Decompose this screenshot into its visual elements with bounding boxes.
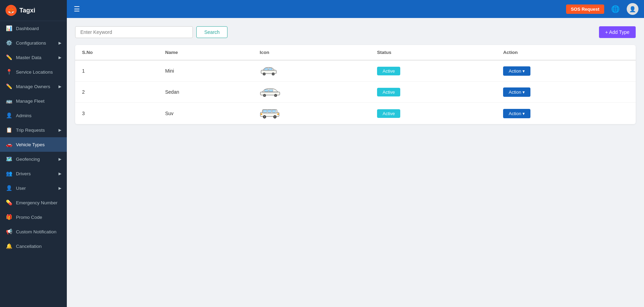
sidebar-label-user: User: [16, 186, 55, 191]
cell-name-2: Suv: [158, 103, 253, 124]
sidebar-label-drivers: Drivers: [16, 171, 55, 176]
sidebar-label-configurations: Configurations: [16, 40, 55, 46]
sos-button[interactable]: SOS Request: [566, 4, 604, 14]
sidebar-item-promo-code[interactable]: 🎁 Promo Code: [0, 210, 67, 224]
svg-point-23: [261, 113, 262, 115]
cell-name-1: Sedan: [158, 82, 253, 103]
cell-icon-0: [253, 60, 370, 82]
table-row: 3 Suv Active Action ▾: [75, 103, 636, 124]
status-badge-1[interactable]: Active: [377, 88, 400, 96]
sidebar-icon-drivers: 👥: [6, 170, 12, 177]
search-button[interactable]: Search: [196, 26, 227, 38]
svg-rect-20: [263, 110, 267, 112]
status-badge-0[interactable]: Active: [377, 67, 400, 75]
sidebar-label-master-data: Master Data: [16, 55, 55, 60]
sidebar-arrow-trip-requests: ▶: [59, 128, 61, 132]
sidebar-label-custom-notification: Custom Notification: [16, 229, 61, 234]
sidebar-item-vehicle-types[interactable]: 🚗 Vehicle Types: [0, 137, 67, 152]
sidebar-item-geofencing[interactable]: 🗺️ Geofencing ▶: [0, 152, 67, 166]
svg-rect-22: [272, 110, 276, 112]
sidebar-arrow-configurations: ▶: [59, 41, 61, 45]
sidebar-label-manage-fleet: Manage Fleet: [16, 99, 61, 104]
svg-rect-5: [265, 68, 268, 70]
cell-sno-0: 1: [75, 60, 158, 82]
menu-button[interactable]: ☰: [72, 3, 81, 15]
sidebar-icon-master-data: ✏️: [6, 54, 12, 61]
sidebar-item-drivers[interactable]: 👥 Drivers ▶: [0, 166, 67, 181]
search-bar: Search + Add Type: [75, 26, 636, 38]
cell-name-0: Mini: [158, 60, 253, 82]
action-button-0[interactable]: Action ▾: [503, 66, 530, 76]
sidebar-item-manage-fleet[interactable]: 🚌 Manage Fleet: [0, 94, 67, 108]
cell-status-1: Active: [370, 82, 496, 103]
sidebar-item-cancellation[interactable]: 🔔 Cancellation: [0, 239, 67, 253]
sidebar-label-manage-owners: Manage Owners: [16, 84, 55, 89]
svg-rect-12: [265, 90, 268, 92]
sidebar-label-trip-requests: Trip Requests: [16, 128, 55, 133]
sidebar-nav: 📊 Dashboard ⚙️ Configurations ▶ ✏️ Maste…: [0, 21, 67, 253]
logo-icon: 🦊: [6, 5, 17, 16]
cell-icon-2: [253, 103, 370, 124]
sidebar-label-cancellation: Cancellation: [16, 244, 61, 249]
sidebar: 🦊 Tagxi 📊 Dashboard ⚙️ Configurations ▶ …: [0, 0, 67, 307]
sidebar-icon-dashboard: 📊: [6, 25, 12, 31]
cell-status-0: Active: [370, 60, 496, 82]
sidebar-icon-admins: 👤: [6, 112, 12, 119]
sidebar-item-dashboard[interactable]: 📊 Dashboard: [0, 21, 67, 36]
status-badge-2[interactable]: Active: [377, 109, 400, 118]
svg-point-4: [272, 73, 274, 75]
col-status: Status: [370, 45, 496, 60]
sidebar-item-master-data[interactable]: ✏️ Master Data ▶: [0, 50, 67, 65]
sidebar-item-custom-notification[interactable]: 📢 Custom Notification: [0, 224, 67, 239]
svg-rect-13: [269, 90, 273, 92]
svg-point-19: [274, 116, 276, 118]
sidebar-item-emergency-number[interactable]: 💊 Emergency Number: [0, 195, 67, 210]
sidebar-arrow-manage-owners: ▶: [59, 84, 61, 89]
cell-action-0: Action ▾: [496, 60, 636, 82]
sidebar-label-dashboard: Dashboard: [16, 26, 61, 31]
sidebar-item-trip-requests[interactable]: 📋 Trip Requests ▶: [0, 123, 67, 137]
sidebar-item-user[interactable]: 👤 User ▶: [0, 181, 67, 195]
svg-rect-6: [269, 68, 272, 70]
cell-icon-1: [253, 82, 370, 103]
add-type-button[interactable]: + Add Type: [599, 26, 636, 38]
action-button-2[interactable]: Action ▾: [503, 109, 530, 118]
translate-icon[interactable]: 🌐: [611, 5, 620, 13]
sidebar-item-admins[interactable]: 👤 Admins: [0, 108, 67, 123]
sidebar-icon-promo-code: 🎁: [6, 214, 12, 220]
sidebar-label-promo-code: Promo Code: [16, 215, 61, 220]
table-row: 1 Mini Active Action ▾: [75, 60, 636, 82]
cell-action-2: Action ▾: [496, 103, 636, 124]
table-header-row: S.No Name Icon Status Action: [75, 45, 636, 60]
svg-point-10: [264, 95, 265, 96]
sidebar-icon-trip-requests: 📋: [6, 127, 12, 133]
sidebar-item-manage-owners[interactable]: ✏️ Manage Owners ▶: [0, 79, 67, 94]
sidebar-icon-configurations: ⚙️: [6, 40, 12, 46]
vehicle-icon-sedan: [260, 87, 363, 97]
user-avatar[interactable]: 👤: [627, 3, 638, 15]
sidebar-icon-vehicle-types: 🚗: [6, 141, 12, 148]
search-input[interactable]: [75, 26, 193, 38]
app-name: Tagxi: [19, 7, 35, 14]
vehicle-icon-suv: [260, 108, 363, 119]
svg-point-24: [277, 113, 279, 115]
sidebar-item-configurations[interactable]: ⚙️ Configurations ▶: [0, 36, 67, 50]
sidebar-icon-service-locations: 📍: [6, 69, 12, 75]
sidebar-arrow-drivers: ▶: [59, 171, 61, 176]
col-sno: S.No: [75, 45, 158, 60]
vehicle-types-table-card: S.No Name Icon Status Action 1 Mini: [75, 45, 636, 124]
col-action: Action: [496, 45, 636, 60]
sidebar-icon-cancellation: 🔔: [6, 243, 12, 249]
action-button-1[interactable]: Action ▾: [503, 87, 530, 97]
sidebar-label-admins: Admins: [16, 113, 61, 118]
cell-status-2: Active: [370, 103, 496, 124]
main-wrapper: ☰ SOS Request 🌐 👤 Search + Add Type S.No…: [67, 0, 644, 307]
sidebar-label-geofencing: Geofencing: [16, 157, 55, 162]
sidebar-icon-geofencing: 🗺️: [6, 156, 12, 162]
sidebar-arrow-user: ▶: [59, 186, 61, 190]
sidebar-label-emergency-number: Emergency Number: [16, 200, 61, 205]
vehicle-icon-mini: [260, 66, 363, 76]
table-row: 2 Sedan Active Action ▾: [75, 82, 636, 103]
sidebar-item-service-locations[interactable]: 📍 Service Locations: [0, 65, 67, 79]
col-icon: Icon: [253, 45, 370, 60]
